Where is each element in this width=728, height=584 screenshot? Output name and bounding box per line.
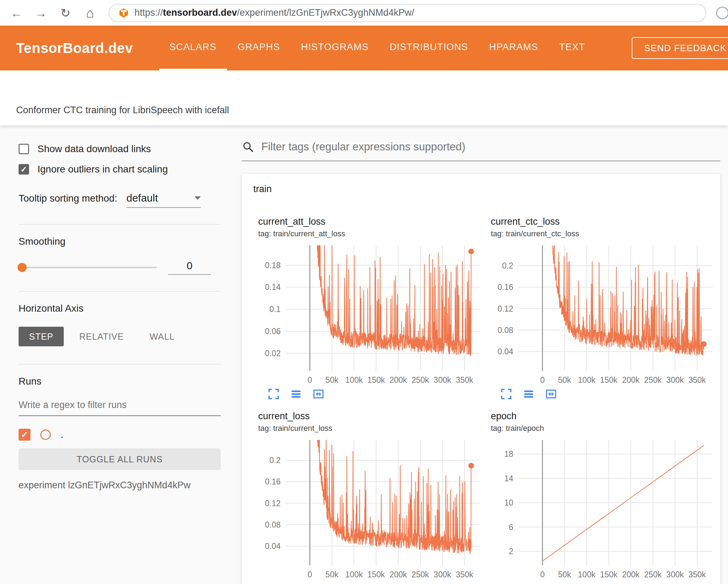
- ignore-outliers-label: Ignore outliers in chart scaling: [37, 164, 168, 175]
- end-marker: [468, 249, 474, 254]
- tooltip-sorting-row: Tooltip sorting method: default: [19, 192, 221, 208]
- x-tick-label: 350k: [456, 375, 473, 385]
- chart-cell-current-loss: current_loss tag: train/current_loss 0.0…: [257, 411, 485, 580]
- y-tick-label: 0.08: [497, 326, 513, 335]
- smoothing-value-input[interactable]: 0: [168, 260, 211, 275]
- expand-chart-icon[interactable]: [267, 388, 280, 400]
- fit-domain-icon[interactable]: [545, 388, 557, 400]
- run-name: .: [61, 429, 63, 440]
- tab-histograms[interactable]: HISTOGRAMS: [290, 26, 379, 70]
- tensorboard-favicon-icon: [118, 8, 129, 18]
- browser-profile-avatar[interactable]: [716, 7, 728, 19]
- axis-step-button[interactable]: STEP: [19, 327, 64, 346]
- chart-cell-epoch: epoch tag: train/epoch 26101418050k100k1…: [490, 411, 718, 580]
- chart-title: current_ctc_loss: [491, 216, 718, 227]
- y-tick-label: 6: [509, 523, 513, 532]
- run-checkbox[interactable]: [19, 429, 30, 441]
- tab-distributions[interactable]: DISTRIBUTIONS: [379, 26, 479, 70]
- reload-icon[interactable]: ↻: [58, 7, 73, 19]
- smoothing-slider-row: 0: [19, 260, 221, 275]
- chart-tag: tag: train/current_ctc_loss: [491, 229, 718, 238]
- x-tick-label: 250k: [412, 570, 429, 579]
- y-tick-label: 0.12: [265, 499, 281, 508]
- y-tick-label: 0.18: [265, 261, 281, 270]
- browser-bar: ← → ↻ ⌂ https://tensorboard.dev/experime…: [0, 0, 728, 26]
- chart-cell-current-ctc-loss: current_ctc_loss tag: train/current_ctc_…: [490, 216, 718, 400]
- chevron-down-icon: [194, 196, 201, 200]
- chart-plot[interactable]: 0.040.080.120.160.2050k100k150k200k250k3…: [257, 436, 485, 580]
- chart-toolbar: [257, 388, 485, 400]
- y-tick-label: 0.12: [497, 304, 513, 313]
- divider: [19, 291, 221, 292]
- ignore-outliers-checkbox[interactable]: [19, 164, 29, 175]
- show-download-links-label: Show data download links: [37, 143, 151, 155]
- fit-domain-icon[interactable]: [312, 388, 325, 400]
- x-tick-label: 300k: [434, 375, 451, 385]
- axis-wall-button[interactable]: WALL: [139, 327, 185, 346]
- smoothing-label: Smoothing: [19, 236, 221, 247]
- chart-tag: tag: train/epoch: [491, 424, 718, 433]
- url-host: tensorboard.dev: [163, 7, 237, 18]
- back-icon[interactable]: ←: [9, 7, 24, 19]
- tab-hparams[interactable]: HPARAMS: [479, 26, 549, 70]
- y-tick-label: 0.06: [265, 327, 281, 336]
- run-color-swatch[interactable]: [40, 429, 51, 440]
- x-tick-label: 350k: [456, 570, 473, 579]
- content: Show data download links Ignore outliers…: [0, 125, 728, 584]
- chart-plot[interactable]: 26101418050k100k150k200k250k300k350k: [490, 436, 718, 580]
- runs-filter-input[interactable]: [19, 400, 221, 416]
- brand-title: TensorBoard.dev: [16, 40, 133, 56]
- chart-title: current_loss: [258, 411, 485, 422]
- x-tick-label: 150k: [368, 570, 385, 579]
- y-tick-label: 0.2: [502, 261, 513, 270]
- tooltip-sorting-dropdown[interactable]: default: [126, 192, 201, 208]
- x-tick-label: 0: [540, 375, 545, 385]
- x-tick-label: 200k: [390, 375, 407, 385]
- x-tick-label: 0: [308, 570, 312, 579]
- runs-label: Runs: [19, 376, 221, 387]
- expand-chart-icon[interactable]: [500, 388, 513, 400]
- run-row: .: [19, 429, 221, 441]
- y-tick-label: 2: [509, 547, 513, 556]
- x-tick-label: 100k: [578, 375, 596, 385]
- tab-text[interactable]: TEXT: [549, 26, 596, 70]
- x-tick-label: 50k: [325, 570, 339, 579]
- series-line: [542, 241, 703, 355]
- toggle-all-runs-button[interactable]: TOGGLE ALL RUNS: [19, 448, 221, 470]
- train-card: train current_att_loss tag: train/curren…: [242, 174, 720, 584]
- y-tick-label: 14: [504, 474, 513, 483]
- chart-title: current_att_loss: [258, 216, 485, 227]
- smoothing-slider-track[interactable]: [19, 267, 157, 268]
- end-marker: [468, 463, 474, 468]
- view-data-icon[interactable]: [522, 388, 535, 400]
- axis-relative-button[interactable]: RELATIVE: [69, 327, 134, 346]
- send-feedback-button[interactable]: SEND FEEDBACK: [632, 37, 728, 59]
- y-tick-label: 0.08: [265, 520, 281, 529]
- tooltip-sorting-value: default: [126, 192, 158, 204]
- url-text: https://tensorboard.dev/experiment/lzGnE…: [135, 7, 414, 18]
- filter-tags-row: [242, 140, 720, 161]
- x-tick-label: 100k: [345, 375, 363, 385]
- experiment-description: Conformer CTC training for LibriSpeech w…: [16, 105, 229, 116]
- title-strip: Conformer CTC training for LibriSpeech w…: [0, 70, 728, 125]
- show-download-links-checkbox[interactable]: [19, 144, 29, 154]
- home-icon[interactable]: ⌂: [83, 6, 97, 20]
- chart-plot[interactable]: 0.040.080.120.160.2050k100k150k200k250k3…: [490, 241, 718, 386]
- x-tick-label: 250k: [412, 375, 429, 385]
- x-tick-label: 0: [540, 570, 545, 579]
- view-data-icon[interactable]: [290, 388, 302, 400]
- smoothing-slider-thumb[interactable]: [18, 263, 27, 272]
- tab-graphs[interactable]: GRAPHS: [227, 26, 290, 70]
- card-section-label: train: [253, 184, 720, 195]
- chart-plot[interactable]: 0.020.060.10.140.18050k100k150k200k250k3…: [257, 241, 485, 386]
- x-tick-label: 50k: [325, 375, 339, 385]
- series-line: [542, 446, 703, 561]
- filter-tags-input[interactable]: [261, 140, 720, 154]
- chart-tag: tag: train/current_att_loss: [258, 229, 485, 238]
- address-bar[interactable]: https://tensorboard.dev/experiment/lzGnE…: [109, 4, 706, 22]
- y-tick-label: 0.04: [497, 347, 513, 356]
- chart-tag: tag: train/current_loss: [258, 424, 485, 433]
- forward-icon[interactable]: →: [34, 7, 48, 19]
- tab-scalars[interactable]: SCALARS: [159, 26, 227, 70]
- x-tick-label: 150k: [368, 375, 385, 385]
